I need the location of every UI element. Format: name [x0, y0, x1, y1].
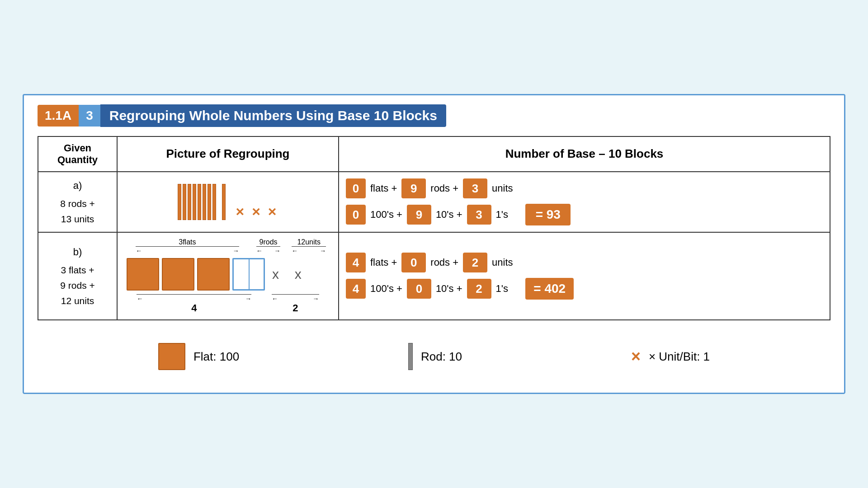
badge-a-rods: 9 [401, 178, 426, 198]
main-table: Given Quantity Picture of Regrouping Num… [38, 136, 830, 320]
row-b-given: 3 flats +9 rods +12 units [45, 263, 110, 308]
given-qty-a: a) 8 rods +13 units [38, 172, 117, 232]
rods-label-area: 9rods ← → [248, 238, 289, 254]
badge-a-hundreds: 0 [346, 205, 366, 225]
arrow-left-flats: ← [136, 247, 142, 254]
badge-a-units: 3 [463, 178, 487, 198]
blocks-row-b1: 4 flats + 0 rods + 2 units [346, 253, 823, 272]
row-a-given: 8 rods +13 units [45, 196, 110, 226]
rods-arrow: ← → [256, 246, 281, 254]
rod-group-8 [178, 184, 216, 220]
bottom-flats-area: ← → 4 [127, 294, 262, 314]
text-b-tens-plus: 10's + [436, 283, 462, 295]
arrow-left-rods: ← [256, 247, 263, 254]
text-b-hundreds-plus: 100's + [370, 283, 402, 295]
badge-b-ones: 2 [467, 279, 491, 299]
col-header-blocks: Number of Base – 10 Blocks [339, 136, 830, 172]
arrow-right-flats: → [233, 247, 239, 254]
legend-flat-label: Flat: 100 [193, 350, 239, 364]
text-rods-plus: rods + [430, 183, 458, 194]
flats-label: 3flats [179, 238, 196, 246]
badge-a-ones: 3 [467, 205, 491, 225]
flats-arrow: ← → [136, 246, 239, 254]
rods-label: 9rods [259, 238, 278, 246]
bottom-units-area: ← → 2 [262, 294, 329, 314]
badge-b-flats: 4 [346, 253, 366, 272]
rod-2 [183, 184, 186, 220]
flat-1 [127, 258, 159, 291]
rod-3 [188, 184, 191, 220]
picture-cell-b: 3flats ← → 9rods ← → [117, 232, 339, 320]
col-header-given: Given Quantity [38, 136, 117, 172]
text-b-units: units [492, 257, 513, 268]
header: 1.1A 3 Regrouping Whole Numbers Using Ba… [38, 104, 830, 127]
rod-5 [198, 184, 201, 220]
arrow-right-bot-flats: → [245, 295, 251, 302]
table-row-b: b) 3 flats +9 rods +12 units 3flats ← → [38, 232, 830, 320]
units-display-a: × × × [236, 203, 278, 220]
rod-1 [178, 184, 181, 220]
badge-b-hundreds: 4 [346, 279, 366, 299]
badge-1a: 1.1A [38, 105, 79, 127]
legend: Flat: 100 Rod: 10 × × Unit/Bit: 1 [38, 334, 830, 379]
rod-9 [222, 184, 226, 220]
row-b-label: b) [45, 244, 110, 260]
page-container: 1.1A 3 Regrouping Whole Numbers Using Ba… [23, 94, 845, 394]
legend-rod-label: Rod: 10 [421, 350, 462, 364]
badge-b-tens: 0 [407, 279, 431, 299]
text-b-rods-plus: rods + [430, 257, 458, 268]
legend-unit-item: × × Unit/Bit: 1 [631, 347, 710, 366]
badge-a-flats: 0 [346, 178, 366, 198]
result-b: = 402 [525, 278, 574, 300]
flat-partial [232, 258, 265, 291]
blocks-row-a2: 0 100's + 9 10's + 3 1's = 93 [346, 204, 823, 225]
text-b-flats-plus: flats + [370, 257, 397, 268]
arrow-right-bot-units: → [313, 295, 319, 302]
col-header-picture: Picture of Regrouping [117, 136, 339, 172]
blocks-cell-b: 4 flats + 0 rods + 2 units 4 100's + 0 1… [339, 232, 830, 320]
picture-cell-a: × × × [117, 172, 339, 232]
arrow-right-units: → [320, 247, 326, 254]
table-row-a: a) 8 rods +13 units [38, 172, 830, 232]
text-units: units [492, 183, 513, 194]
flat-2 [162, 258, 194, 291]
arrow-right-rods: → [274, 247, 280, 254]
units-display-b: x x [272, 267, 304, 282]
text-ones: 1's [496, 209, 508, 221]
row-a-label: a) [45, 178, 110, 193]
blocks-row-b2: 4 100's + 0 10's + 2 1's = 402 [346, 278, 823, 300]
legend-unit-label: × Unit/Bit: 1 [649, 350, 710, 364]
badge-a-tens: 9 [407, 205, 431, 225]
text-b-ones: 1's [496, 283, 508, 295]
top-labels-row: 3flats ← → 9rods ← → [124, 238, 331, 254]
flat-partial-right [249, 259, 264, 289]
bottom-val-2: 2 [292, 302, 298, 314]
bottom-flats-arrow: ← → [137, 294, 251, 302]
result-a: = 93 [525, 204, 571, 225]
text-tens-plus: 10's + [436, 209, 462, 221]
legend-flat-item: Flat: 100 [158, 343, 239, 370]
badge-3: 3 [79, 105, 100, 127]
rods-display-a: × × × [124, 184, 331, 220]
flats-label-area: 3flats ← → [127, 238, 248, 254]
units-arrow: ← → [292, 246, 326, 254]
flats-visual: x x [124, 255, 331, 293]
arrow-left-bot-flats: ← [137, 295, 143, 302]
units-label-area: 12units ← → [288, 238, 329, 254]
legend-unit-icon: × [631, 347, 641, 366]
legend-rod-item: Rod: 10 [408, 343, 462, 370]
text-hundreds-plus: 100's + [370, 209, 402, 221]
rod-6 [203, 184, 206, 220]
legend-rod-icon [408, 343, 413, 370]
legend-flat-icon [158, 343, 185, 370]
page-title: Regrouping Whole Numbers Using Base 10 B… [100, 104, 446, 127]
bottom-labels-row: ← → 4 ← → 2 [124, 294, 331, 314]
flat-3 [197, 258, 230, 291]
arrow-left-units: ← [292, 247, 298, 254]
units-label-b: 12units [297, 238, 321, 246]
text-flats-plus: flats + [370, 183, 397, 194]
blocks-cell-a: 0 flats + 9 rods + 3 units 0 100's + 9 1… [339, 172, 830, 232]
badge-b-units: 2 [463, 253, 487, 272]
blocks-row-a1: 0 flats + 9 rods + 3 units [346, 178, 823, 198]
arrow-left-bot-units: ← [272, 295, 278, 302]
